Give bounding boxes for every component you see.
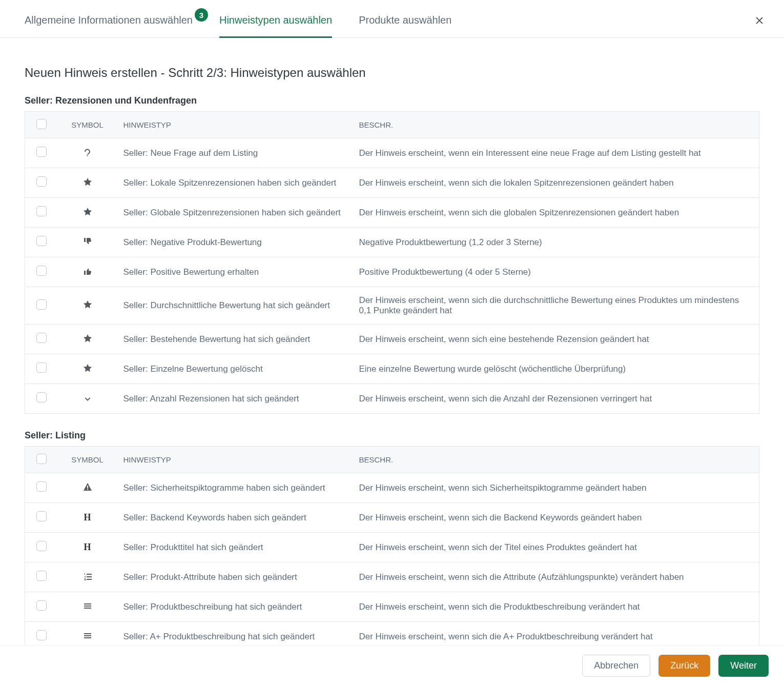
thumbs-up-icon (82, 266, 93, 276)
table-row: HSeller: Backend Keywords haben sich geä… (25, 503, 759, 533)
hint-desc-cell: Eine einzelne Bewertung wurde gelöscht (… (353, 354, 759, 384)
bars-icon (82, 631, 93, 641)
hint-type-cell: Seller: Einzelne Bewertung gelöscht (117, 354, 353, 384)
select-all-checkbox[interactable] (36, 119, 47, 129)
hint-type-cell: Seller: Positive Bewertung erhalten (117, 257, 353, 287)
h-letter-icon: H (84, 512, 91, 522)
table-row: Seller: Globale Spitzenrezensionen haben… (25, 198, 759, 228)
footer-actions: Abbrechen Zurück Weiter (0, 645, 784, 686)
col-type: HINWEISTYP (117, 112, 353, 138)
row-checkbox[interactable] (36, 600, 47, 611)
row-checkbox[interactable] (36, 630, 47, 640)
table-row: Seller: Positive Bewertung erhaltenPosit… (25, 257, 759, 287)
hint-desc-cell: Positive Produktbewertung (4 oder 5 Ster… (353, 257, 759, 287)
hint-type-cell: Seller: Produktbeschreibung hat sich geä… (117, 592, 353, 622)
bars-icon (82, 601, 93, 611)
row-checkbox[interactable] (36, 392, 47, 402)
hint-desc-cell: Der Hinweis erscheint, wenn sich die lok… (353, 168, 759, 198)
hint-desc-cell: Der Hinweis erscheint, wenn sich die Att… (353, 562, 759, 592)
table-row: HSeller: Produkttitel hat sich geändertD… (25, 533, 759, 562)
hint-type-cell: Seller: Durchschnittliche Bewertung hat … (117, 287, 353, 325)
row-checkbox[interactable] (36, 511, 47, 521)
thumbs-down-icon (82, 236, 93, 247)
hint-type-cell: Seller: Globale Spitzenrezensionen haben… (117, 198, 353, 228)
star-icon (82, 363, 93, 373)
row-checkbox[interactable] (36, 236, 47, 246)
hint-type-cell: Seller: Backend Keywords haben sich geän… (117, 503, 353, 533)
col-desc: BESCHR. (353, 112, 759, 138)
star-icon (82, 207, 93, 217)
next-button[interactable]: Weiter (718, 655, 769, 677)
tab-badge: 3 (195, 8, 208, 22)
hint-desc-cell: Der Hinweis erscheint, wenn sich die Bac… (353, 503, 759, 533)
hint-desc-cell: Der Hinweis erscheint, wenn sich die glo… (353, 198, 759, 228)
hint-desc-cell: Der Hinweis erscheint, wenn sich die dur… (353, 287, 759, 325)
table-row: Seller: Produktbeschreibung hat sich geä… (25, 592, 759, 622)
hint-type-table: SYMBOLHINWEISTYPBESCHR.Seller: Neue Frag… (25, 111, 759, 414)
row-checkbox[interactable] (36, 206, 47, 216)
row-checkbox[interactable] (36, 147, 47, 157)
table-row: Seller: Negative Produkt-BewertungNegati… (25, 228, 759, 257)
close-icon (754, 15, 765, 26)
hint-type-cell: Seller: Negative Produkt-Bewertung (117, 228, 353, 257)
row-checkbox[interactable] (36, 541, 47, 551)
row-checkbox[interactable] (36, 333, 47, 343)
hint-type-cell: Seller: Lokale Spitzenrezensionen haben … (117, 168, 353, 198)
back-button[interactable]: Zurück (658, 655, 710, 677)
section-title: Seller: Rezensionen und Kundenfragen (25, 95, 759, 106)
col-symbol: SYMBOL (58, 112, 117, 138)
hint-desc-cell: Der Hinweis erscheint, wenn sich Sicherh… (353, 473, 759, 503)
hint-desc-cell: Der Hinweis erscheint, wenn sich die A+ … (353, 622, 759, 645)
hint-type-table: SYMBOLHINWEISTYPBESCHR.Seller: Sicherhei… (25, 446, 759, 645)
hint-type-cell: Seller: Produkttitel hat sich geändert (117, 533, 353, 562)
hint-type-cell: Seller: Neue Frage auf dem Listing (117, 138, 353, 168)
row-checkbox[interactable] (36, 299, 47, 310)
list-ol-icon (82, 571, 93, 581)
close-button[interactable] (754, 15, 765, 26)
row-checkbox[interactable] (36, 481, 47, 492)
row-checkbox[interactable] (36, 266, 47, 276)
col-check (25, 112, 58, 138)
select-all-checkbox[interactable] (36, 454, 47, 464)
table-row: Seller: Lokale Spitzenrezensionen haben … (25, 168, 759, 198)
hint-desc-cell: Der Hinweis erscheint, wenn sich die Anz… (353, 384, 759, 414)
tab-general-info[interactable]: Allgemeine Informationen auswählen 3 (25, 14, 193, 37)
hint-desc-cell: Der Hinweis erscheint, wenn ein Interess… (353, 138, 759, 168)
h-letter-icon: H (84, 542, 91, 552)
hint-type-cell: Seller: Sicherheitspiktogramme haben sic… (117, 473, 353, 503)
cancel-button[interactable]: Abbrechen (582, 655, 650, 677)
col-desc: BESCHR. (353, 447, 759, 473)
col-check (25, 447, 58, 473)
table-row: Seller: Sicherheitspiktogramme haben sic… (25, 473, 759, 503)
hint-type-cell: Seller: Anzahl Rezensionen hat sich geän… (117, 384, 353, 414)
table-row: Seller: Bestehende Bewertung hat sich ge… (25, 325, 759, 354)
row-checkbox[interactable] (36, 571, 47, 581)
table-row: Seller: Einzelne Bewertung gelöschtEine … (25, 354, 759, 384)
row-checkbox[interactable] (36, 176, 47, 187)
table-row: Seller: A+ Produktbeschreibung hat sich … (25, 622, 759, 645)
table-row: Seller: Durchschnittliche Bewertung hat … (25, 287, 759, 325)
row-checkbox[interactable] (36, 362, 47, 373)
hint-type-cell: Seller: A+ Produktbeschreibung hat sich … (117, 622, 353, 645)
tab-label: Produkte auswählen (359, 14, 451, 26)
arrow-down-icon (82, 393, 93, 403)
tab-hint-types[interactable]: Hinweistypen auswählen (219, 14, 332, 38)
tab-products[interactable]: Produkte auswählen (359, 14, 451, 37)
star-icon (82, 333, 93, 344)
modal-container: Allgemeine Informationen auswählen 3 Hin… (0, 0, 784, 686)
tab-label: Hinweistypen auswählen (219, 14, 332, 26)
table-row: Seller: Produkt-Attribute haben sich geä… (25, 562, 759, 592)
hint-type-cell: Seller: Bestehende Bewertung hat sich ge… (117, 325, 353, 354)
star-icon (82, 177, 93, 187)
hint-desc-cell: Der Hinweis erscheint, wenn sich die Pro… (353, 592, 759, 622)
hint-type-cell: Seller: Produkt-Attribute haben sich geä… (117, 562, 353, 592)
scroll-content: Neuen Hinweis erstellen - Schritt 2/3: H… (0, 38, 784, 645)
warning-icon (82, 482, 93, 492)
hint-desc-cell: Der Hinweis erscheint, wenn sich der Tit… (353, 533, 759, 562)
table-row: Seller: Anzahl Rezensionen hat sich geän… (25, 384, 759, 414)
section-title: Seller: Listing (25, 430, 759, 441)
tab-label: Allgemeine Informationen auswählen (25, 14, 193, 26)
hint-desc-cell: Der Hinweis erscheint, wenn sich eine be… (353, 325, 759, 354)
col-symbol: SYMBOL (58, 447, 117, 473)
hint-desc-cell: Negative Produktbewertung (1,2 oder 3 St… (353, 228, 759, 257)
